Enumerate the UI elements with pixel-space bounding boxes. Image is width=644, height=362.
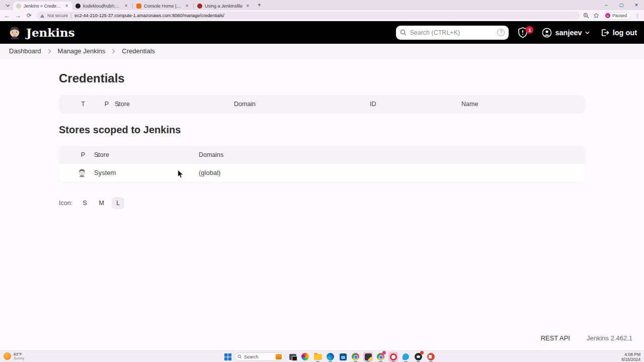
zoom-icon[interactable] bbox=[583, 13, 589, 19]
main-content: Credentials T P Store↓ Domain ID Name St… bbox=[0, 59, 644, 350]
copilot-icon[interactable] bbox=[300, 352, 310, 361]
column-header-store[interactable]: Store↓ bbox=[94, 146, 99, 164]
tab-close-icon[interactable]: ✕ bbox=[64, 4, 69, 8]
search-help-icon[interactable]: ? bbox=[497, 29, 505, 36]
icon-size-large-button[interactable]: L bbox=[112, 197, 124, 209]
tab-divider bbox=[132, 4, 133, 9]
jenkins-head-icon bbox=[77, 168, 87, 178]
column-header-type[interactable]: T bbox=[79, 95, 87, 114]
jenkins-favicon bbox=[16, 4, 21, 9]
jenkins-header: Jenkins ? 1 sanjeev bbox=[0, 21, 644, 44]
icon-size-small-button[interactable]: S bbox=[78, 197, 91, 209]
weather-widget[interactable]: 83°F Sunny bbox=[4, 352, 24, 361]
edge-icon[interactable] bbox=[326, 352, 335, 361]
search-icon bbox=[237, 354, 242, 359]
breadcrumb-dashboard[interactable]: Dashboard bbox=[7, 46, 43, 56]
user-avatar-icon bbox=[542, 28, 552, 38]
jenkins-brand-title[interactable]: Jenkins bbox=[26, 26, 75, 39]
domain-global-link[interactable]: (global) bbox=[199, 164, 220, 182]
tab-title: Console Home | Console Hom... bbox=[144, 4, 182, 9]
taskbar-clock[interactable]: 4:08 PM 8/15/2024 bbox=[621, 352, 640, 362]
store-system-link[interactable]: System bbox=[94, 164, 116, 182]
teal-app-icon[interactable] bbox=[401, 352, 411, 361]
browser-tab-jenkinsfile-docs[interactable]: Using a Jenkinsfile ✕ bbox=[194, 2, 254, 10]
breadcrumb: Dashboard Manage Jenkins Credentials bbox=[0, 44, 644, 59]
jenkins-butler-logo[interactable] bbox=[7, 25, 22, 40]
security-label[interactable]: Not secure bbox=[47, 13, 68, 18]
chrome-icon[interactable] bbox=[351, 352, 360, 361]
credentials-table: T P Store↓ Domain ID Name bbox=[59, 95, 585, 114]
search-icon bbox=[400, 29, 407, 36]
clock-date: 8/15/2024 bbox=[621, 357, 640, 362]
store-header-label: Store bbox=[94, 146, 109, 164]
reload-button[interactable]: ⟳ bbox=[25, 13, 33, 19]
divider bbox=[71, 13, 71, 18]
tab-title: Jenkins » Credentials [Jenkins] bbox=[24, 4, 61, 9]
icon-size-control: Icon: S M L bbox=[59, 197, 124, 209]
stores-table-header: P Store↓ Domains bbox=[59, 146, 585, 164]
window-maximize-button[interactable]: ▢ bbox=[614, 0, 629, 10]
file-explorer-icon[interactable] bbox=[313, 352, 323, 361]
profile-paused-chip[interactable]: Paused bbox=[603, 12, 631, 20]
store-row-system: System (global) bbox=[59, 164, 585, 182]
github-desktop-icon[interactable] bbox=[414, 352, 423, 361]
office-app-icon[interactable] bbox=[426, 352, 436, 361]
taskbar-center: Search bbox=[224, 352, 436, 361]
address-bar[interactable]: Not secure ec2-44-210-125-37.compute-1.a… bbox=[36, 12, 580, 20]
username: sanjeev bbox=[555, 29, 582, 37]
paused-label: Paused bbox=[612, 13, 627, 18]
browser-menu-kebab-icon[interactable]: ⋮ bbox=[635, 13, 640, 19]
jenkins-search-box[interactable]: ? bbox=[396, 26, 509, 40]
microsoft-store-icon[interactable] bbox=[338, 352, 348, 361]
browser-tab-github[interactable]: kodekloudhub/course-jenkins ✕ bbox=[72, 2, 132, 10]
column-header-store[interactable]: Store↓ bbox=[115, 95, 120, 114]
tab-close-icon[interactable]: ✕ bbox=[123, 4, 129, 8]
logout-button[interactable]: log out bbox=[600, 28, 637, 37]
column-header-provider[interactable]: P bbox=[79, 146, 87, 164]
screen: Jenkins » Credentials [Jenkins] ✕ kodekl… bbox=[0, 0, 644, 362]
window-minimize-button[interactable]: – bbox=[599, 0, 614, 10]
search-input[interactable] bbox=[410, 29, 494, 36]
window-close-button[interactable]: ✕ bbox=[629, 0, 644, 10]
security-warnings-button[interactable]: 1 bbox=[516, 26, 529, 39]
browser-tab-jenkins[interactable]: Jenkins » Credentials [Jenkins] ✕ bbox=[13, 2, 72, 10]
column-header-name[interactable]: Name bbox=[461, 95, 478, 114]
column-header-provider[interactable]: P bbox=[103, 95, 111, 114]
snipping-tool-icon[interactable] bbox=[363, 352, 373, 361]
bookmark-star-icon[interactable] bbox=[593, 13, 599, 19]
opera-icon[interactable] bbox=[388, 352, 398, 361]
logout-icon bbox=[600, 28, 609, 37]
new-tab-button[interactable]: + bbox=[258, 2, 261, 9]
url-text[interactable]: ec2-44-210-125-37.compute-1.amazonaws.co… bbox=[74, 13, 224, 18]
forward-button[interactable]: → bbox=[14, 13, 22, 19]
chevron-right-icon bbox=[112, 49, 115, 54]
page-title: Credentials bbox=[59, 71, 125, 85]
breadcrumb-credentials[interactable]: Credentials bbox=[120, 46, 157, 56]
icon-size-medium-button[interactable]: M bbox=[95, 197, 108, 209]
task-view-button[interactable] bbox=[288, 352, 297, 361]
tab-divider bbox=[193, 4, 194, 9]
aws-favicon bbox=[136, 4, 141, 9]
tab-title: kodekloudhub/course-jenkins bbox=[83, 4, 121, 9]
rest-api-link[interactable]: REST API bbox=[541, 334, 570, 342]
windows-start-button[interactable] bbox=[224, 353, 231, 360]
breadcrumb-manage-jenkins[interactable]: Manage Jenkins bbox=[56, 46, 108, 56]
tab-close-icon[interactable]: ✕ bbox=[184, 4, 190, 8]
tab-title: Using a Jenkinsfile bbox=[205, 4, 243, 9]
column-header-domains[interactable]: Domains bbox=[199, 146, 223, 164]
column-header-domain[interactable]: Domain bbox=[234, 95, 256, 114]
toolbar-right-icons: Paused ⋮ bbox=[583, 12, 641, 20]
stores-section-title: Stores scoped to Jenkins bbox=[59, 124, 181, 136]
clock-time: 4:08 PM bbox=[621, 352, 640, 357]
page-footer: REST API Jenkins 2.462.1 bbox=[541, 334, 632, 342]
column-header-id[interactable]: ID bbox=[370, 95, 376, 114]
user-menu[interactable]: sanjeev bbox=[542, 28, 589, 38]
tab-close-icon[interactable]: ✕ bbox=[245, 4, 251, 8]
tab-search-chevron-icon[interactable] bbox=[3, 2, 12, 10]
back-button[interactable]: ← bbox=[3, 13, 11, 19]
chevron-right-icon bbox=[48, 49, 51, 54]
browser-tab-aws-console[interactable]: Console Home | Console Hom... ✕ bbox=[133, 2, 193, 10]
header-right: ? 1 sanjeev bbox=[396, 26, 637, 40]
taskbar-search-box[interactable]: Search bbox=[234, 352, 285, 361]
chrome-profile-icon[interactable] bbox=[376, 352, 385, 361]
